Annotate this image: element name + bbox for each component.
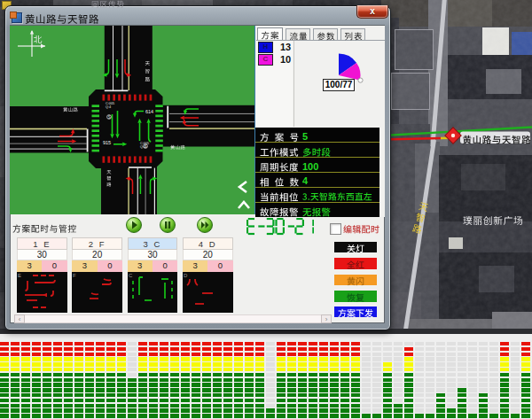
svg-text:S: S xyxy=(108,115,111,120)
svg-text:F: F xyxy=(73,273,76,278)
svg-text:E: E xyxy=(18,273,21,278)
svg-text:D: D xyxy=(184,273,188,278)
svg-text:C: C xyxy=(129,273,133,278)
